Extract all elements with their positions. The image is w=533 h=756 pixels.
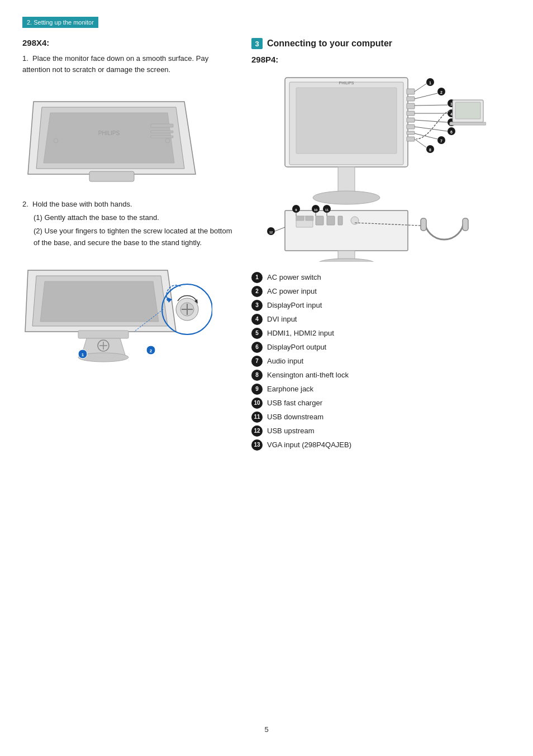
step2-sub2: (2) Use your fingers to tighten the scre… (34, 226, 235, 249)
svg-text:3: 3 (450, 102, 453, 106)
page: 2. Setting up the monitor 298X4: 1. Plac… (0, 0, 533, 756)
step1-text: Place the monitor face down on a smooth … (22, 54, 208, 74)
port-item: 1AC power switch (251, 272, 511, 283)
port-label: Kensington anti-theft lock (267, 370, 349, 380)
port-list: 1AC power switch2AC power input3DisplayP… (251, 272, 511, 451)
port-badge: 3 (251, 300, 263, 311)
port-label: HDMI1, HDMI2 input (267, 328, 334, 338)
svg-text:2: 2 (440, 90, 442, 94)
svg-rect-78 (338, 216, 342, 225)
port-badge: 11 (251, 412, 263, 423)
port-item: 4DVI input (251, 314, 511, 325)
svg-rect-33 (296, 88, 397, 154)
svg-text:6: 6 (450, 130, 453, 134)
port-label: DisplayPort input (267, 300, 322, 310)
port-item: 6DisplayPort output (251, 342, 511, 353)
svg-rect-74 (296, 216, 304, 221)
monitor-illustration-bottom: 1 2 (22, 259, 212, 371)
svg-text:12: 12 (269, 231, 273, 234)
svg-line-50 (415, 93, 437, 99)
step1-number: 1. (22, 54, 28, 63)
svg-rect-7 (151, 136, 173, 138)
port-item: 11USB downstream (251, 412, 511, 423)
svg-rect-71 (450, 122, 486, 125)
svg-text:11: 11 (325, 208, 329, 212)
svg-rect-92 (421, 218, 426, 231)
port-label: USB upstream (267, 426, 315, 436)
svg-rect-41 (407, 118, 415, 122)
svg-text:2: 2 (150, 348, 153, 353)
port-label: DVI input (267, 314, 297, 324)
svg-line-62 (415, 127, 448, 131)
monitor-diagram: PHILIPS (251, 72, 486, 262)
svg-rect-3 (89, 171, 134, 181)
port-badge: 5 (251, 328, 263, 339)
svg-rect-38 (407, 97, 415, 101)
port-label: AC power switch (267, 272, 321, 283)
port-item: 10USB fast charger (251, 398, 511, 409)
left-model-title: 298X4: (22, 38, 235, 47)
svg-rect-37 (407, 89, 415, 94)
port-badge: 6 (251, 342, 263, 353)
port-label: Audio input (267, 356, 303, 366)
svg-line-59 (415, 120, 448, 122)
svg-rect-5 (151, 124, 173, 127)
svg-rect-43 (407, 131, 415, 135)
svg-text:10: 10 (314, 208, 317, 212)
step1: 1. Place the monitor face down on a smoo… (22, 53, 235, 75)
port-item: 8Kensington anti-theft lock (251, 370, 511, 381)
svg-rect-39 (407, 103, 415, 109)
port-badge: 2 (251, 286, 263, 297)
section-tab: 2. Setting up the monitor (22, 17, 98, 28)
right-model-title: 298P4: (251, 55, 511, 64)
port-label: AC power input (267, 286, 317, 296)
svg-line-53 (415, 105, 448, 106)
port-badge: 4 (251, 314, 263, 325)
main-content: 298X4: 1. Place the monitor face down on… (22, 38, 511, 709)
port-badge: 13 (251, 439, 263, 451)
svg-rect-76 (316, 216, 323, 225)
svg-rect-77 (327, 216, 335, 225)
port-item: 3DisplayPort input (251, 300, 511, 311)
section-number-badge: 3 (251, 38, 263, 49)
svg-text:1: 1 (82, 352, 84, 357)
port-label: VGA input (298P4QAJEB) (267, 440, 351, 450)
svg-text:PHILIPS: PHILIPS (98, 130, 120, 136)
port-item: 12USB upstream (251, 425, 511, 437)
port-badge: 9 (251, 384, 263, 395)
svg-point-96 (318, 259, 374, 262)
right-column: 3 Connecting to your computer 298P4: PHI… (251, 38, 511, 709)
port-item: 2AC power input (251, 286, 511, 297)
section-title: Connecting to your computer (267, 39, 392, 49)
svg-rect-70 (455, 102, 480, 119)
svg-rect-42 (407, 125, 415, 129)
step2: 2. Hold the base with both hands. (1) Ge… (22, 199, 235, 249)
svg-line-68 (415, 139, 426, 147)
svg-point-36 (313, 191, 380, 204)
svg-text:PHILIPS: PHILIPS (339, 81, 354, 85)
left-column: 298X4: 1. Place the monitor face down on… (22, 38, 235, 709)
svg-rect-93 (463, 218, 468, 231)
port-item: 13VGA input (298P4QAJEB) (251, 439, 511, 451)
section-header: 3 Connecting to your computer (251, 38, 511, 49)
svg-marker-12 (40, 281, 159, 322)
svg-rect-75 (306, 216, 313, 221)
port-badge: 1 (251, 272, 263, 283)
port-badge: 12 (251, 425, 263, 437)
svg-rect-13 (78, 331, 129, 338)
page-number: 5 (22, 725, 511, 734)
svg-line-91 (275, 227, 285, 231)
port-label: USB downstream (267, 412, 323, 422)
svg-text:1: 1 (429, 81, 431, 85)
svg-text:7: 7 (440, 139, 442, 143)
port-item: 7Audio input (251, 356, 511, 367)
step2-text: Hold the base with both hands. (32, 200, 132, 208)
port-badge: 8 (251, 370, 263, 381)
svg-rect-6 (151, 131, 173, 133)
monitor-illustration-top: PHILIPS (22, 85, 201, 185)
port-badge: 7 (251, 356, 263, 367)
svg-text:8: 8 (429, 148, 431, 152)
svg-text:4: 4 (450, 112, 453, 116)
svg-point-79 (351, 217, 359, 224)
step2-number: 2. (22, 200, 28, 208)
